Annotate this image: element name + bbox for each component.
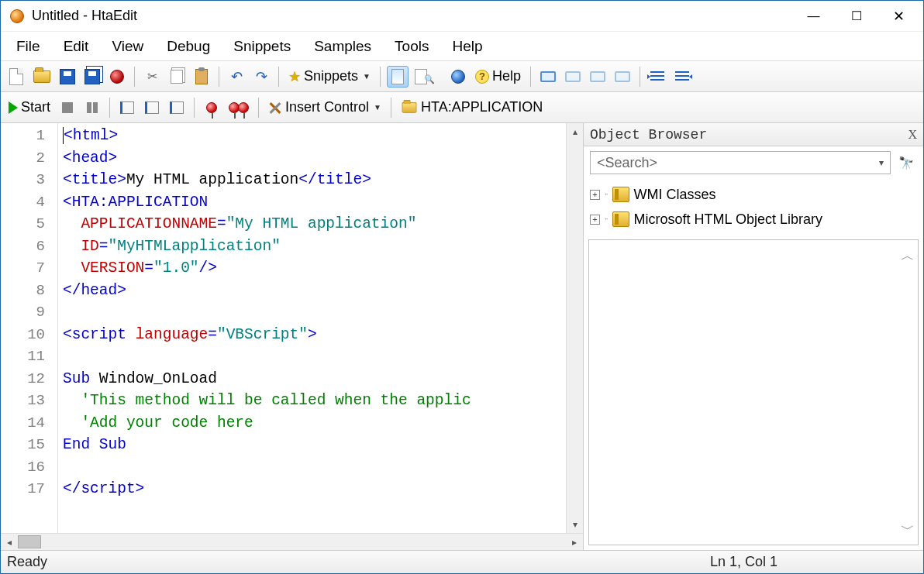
menu-tools[interactable]: Tools (384, 35, 440, 58)
status-bar: Ready Ln 1, Col 1 (1, 550, 923, 573)
stop-button[interactable] (57, 97, 78, 119)
scroll-left-icon[interactable]: ◂ (1, 534, 18, 550)
library-icon (612, 187, 629, 202)
tree-item-label: Microsoft HTML Object Library (634, 207, 822, 232)
menu-edit[interactable]: Edit (53, 35, 100, 58)
indent-button[interactable] (671, 66, 693, 88)
pause-button[interactable] (81, 97, 103, 119)
scroll-down-icon[interactable]: ﹀ (901, 520, 915, 538)
search-go-button[interactable]: 🔭 (895, 152, 917, 174)
hscroll-thumb[interactable] (18, 535, 41, 548)
close-button[interactable]: ✕ (877, 2, 920, 30)
window-title: Untitled - HtaEdit (32, 8, 137, 24)
new-file-button[interactable] (5, 66, 27, 88)
minimize-button[interactable]: — (792, 2, 835, 30)
copy-button[interactable] (166, 66, 188, 88)
search-placeholder: <Search> (597, 155, 657, 171)
menu-snippets[interactable]: Snippets (222, 35, 302, 58)
window-layout-3-button[interactable] (587, 66, 609, 88)
cut-button[interactable]: ✂ (141, 66, 163, 88)
browser-preview-button[interactable] (447, 66, 469, 88)
open-file-button[interactable] (30, 66, 53, 88)
menu-debug[interactable]: Debug (156, 35, 221, 58)
save-button[interactable] (57, 66, 78, 88)
snippets-dropdown[interactable]: ★ Snippets ▼ (285, 66, 374, 88)
code-editor[interactable]: <html><head><title>My HTML application</… (58, 123, 566, 533)
chevron-down-icon[interactable]: ▾ (879, 157, 884, 168)
library-icon (612, 211, 629, 227)
menu-bar: FileEditViewDebugSnippetsSamplesToolsHel… (1, 32, 923, 61)
status-cursor-position: Ln 1, Col 1 (710, 554, 777, 570)
window-layout-2-button[interactable] (562, 66, 584, 88)
tree-item-label: WMI Classes (634, 182, 716, 207)
save-all-button[interactable] (81, 66, 103, 88)
toolbar-debug: Start Insert Control ▼ HTA:APPLICATION (1, 92, 923, 123)
object-tree: +··WMI Classes+··Microsoft HTML Object L… (584, 179, 923, 235)
find-button[interactable]: 🔍 (412, 66, 444, 88)
status-left: Ready (7, 554, 47, 570)
vertical-scrollbar[interactable]: ▴ ▾ (566, 123, 583, 533)
line-gutter: 1234567891011121314151617 (1, 123, 58, 533)
object-detail-pane: ︿ ﹀ (588, 239, 919, 545)
window-layout-1-button[interactable] (537, 66, 559, 88)
title-bar: Untitled - HtaEdit — ☐ ✕ (1, 1, 923, 32)
panel-close-icon[interactable]: X (908, 128, 917, 142)
object-browser-pane: Object Browser X <Search> ▾ 🔭 +··WMI Cla… (584, 123, 923, 550)
menu-samples[interactable]: Samples (303, 35, 382, 58)
scroll-up-icon[interactable]: ▴ (567, 123, 583, 140)
scroll-up-icon[interactable]: ︿ (901, 246, 915, 265)
scroll-down-icon[interactable]: ▾ (567, 516, 583, 533)
editor-pane: 1234567891011121314151617 <html><head><t… (1, 123, 584, 550)
object-browser-search[interactable]: <Search> ▾ (590, 151, 891, 174)
tree-item[interactable]: +··WMI Classes (590, 182, 917, 207)
menu-view[interactable]: View (101, 35, 154, 58)
outdent-button[interactable] (646, 66, 668, 88)
tree-item[interactable]: +··Microsoft HTML Object Library (590, 207, 917, 232)
maximize-button[interactable]: ☐ (835, 2, 877, 30)
breakpoints-button[interactable] (226, 97, 252, 119)
start-button[interactable]: Start (5, 97, 53, 119)
design-view-button[interactable] (387, 66, 409, 88)
step-out-button[interactable] (166, 97, 188, 119)
undo-button[interactable]: ↶ (226, 66, 247, 88)
redo-button[interactable]: ↷ (250, 66, 272, 88)
horizontal-scrollbar[interactable]: ◂ ▸ (1, 533, 583, 550)
hta-application-button[interactable]: HTA:APPLICATION (398, 97, 546, 119)
code-area: 1234567891011121314151617 <html><head><t… (1, 123, 583, 533)
object-browser-header: Object Browser X (584, 123, 923, 146)
object-browser-title: Object Browser (590, 127, 707, 143)
breakpoint-button[interactable] (201, 97, 222, 119)
expand-icon[interactable]: + (590, 215, 600, 225)
paste-button[interactable] (191, 66, 212, 88)
help-button[interactable]: ? Help (472, 66, 524, 88)
menu-help[interactable]: Help (441, 35, 493, 58)
step-into-button[interactable] (116, 97, 138, 119)
main-area: 1234567891011121314151617 <html><head><t… (1, 123, 923, 550)
toolbar-main: ✂ ↶ ↷ ★ Snippets ▼ 🔍 ? Help (1, 61, 923, 92)
app-icon (10, 9, 24, 23)
insert-control-dropdown[interactable]: Insert Control ▼ (265, 97, 384, 119)
record-button[interactable] (106, 66, 128, 88)
expand-icon[interactable]: + (590, 190, 600, 200)
scroll-right-icon[interactable]: ▸ (566, 534, 583, 550)
window-layout-4-button[interactable] (612, 66, 633, 88)
menu-file[interactable]: File (5, 35, 51, 58)
step-over-button[interactable] (141, 97, 163, 119)
